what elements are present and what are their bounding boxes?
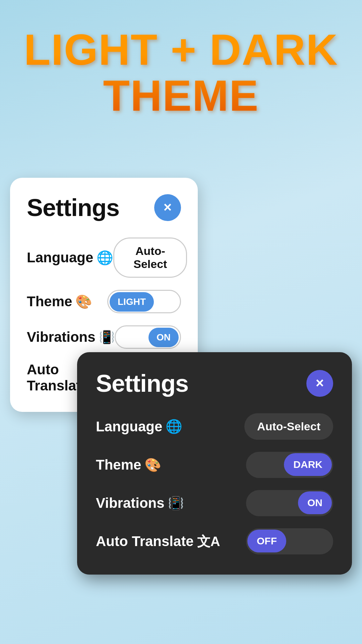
dark-vibrations-text: Vibrations xyxy=(96,495,165,511)
dark-language-row: Language 🌐 Auto-Select xyxy=(96,413,333,440)
light-vibrations-row: Vibrations 📳 ON xyxy=(27,325,181,349)
dark-language-label: Language 🌐 xyxy=(96,419,182,435)
light-language-row: Language 🌐 Auto-Select xyxy=(27,237,181,278)
light-close-icon: × xyxy=(164,200,172,214)
dark-auto-translate-toggle[interactable]: OFF xyxy=(246,528,333,554)
headline-line1: Light + dark xyxy=(24,25,338,74)
dark-theme-row: Theme 🎨 DARK xyxy=(96,452,333,478)
light-theme-row: Theme 🎨 LIGHT xyxy=(27,290,181,313)
dark-vibration-icon: 📳 xyxy=(168,496,184,511)
light-vibrations-text: Vibrations xyxy=(27,329,96,345)
light-language-label: Language 🌐 xyxy=(27,250,113,266)
dark-auto-translate-label: Auto Translate 文A xyxy=(96,532,220,551)
light-theme-toggle[interactable]: LIGHT xyxy=(107,290,181,313)
light-vibrations-toggle-thumb: ON xyxy=(148,328,179,347)
dark-globe-icon: 🌐 xyxy=(166,419,182,434)
dark-vibrations-toggle[interactable]: ON xyxy=(246,490,333,516)
dark-theme-toggle[interactable]: DARK xyxy=(246,452,333,478)
vibration-icon: 📳 xyxy=(99,330,115,344)
dark-settings-card: Settings × Language 🌐 Auto-Select Theme … xyxy=(77,352,352,575)
light-vibrations-label: Vibrations 📳 xyxy=(27,329,115,345)
dark-auto-translate-toggle-thumb: OFF xyxy=(247,530,286,552)
dark-auto-translate-text: Auto Translate xyxy=(96,533,194,549)
headline-text: Light + dark theme xyxy=(13,27,349,118)
headline-line2: theme xyxy=(103,71,259,120)
light-card-header: Settings × xyxy=(27,194,181,221)
dark-translate-icon: 文A xyxy=(197,532,220,551)
dark-palette-icon: 🎨 xyxy=(144,457,161,473)
globe-icon: 🌐 xyxy=(97,250,113,266)
dark-card-header: Settings × xyxy=(96,370,333,397)
light-language-button[interactable]: Auto-Select xyxy=(113,237,187,278)
light-theme-toggle-thumb: LIGHT xyxy=(110,292,154,312)
light-language-text: Language xyxy=(27,250,93,266)
light-vibrations-toggle[interactable]: ON xyxy=(115,325,181,349)
dark-theme-toggle-thumb: DARK xyxy=(284,453,332,476)
dark-theme-text: Theme xyxy=(96,457,141,473)
dark-close-button[interactable]: × xyxy=(306,370,333,397)
dark-theme-label: Theme 🎨 xyxy=(96,457,161,473)
palette-icon: 🎨 xyxy=(75,294,92,310)
light-theme-label: Theme 🎨 xyxy=(27,293,92,310)
dark-auto-translate-row: Auto Translate 文A OFF xyxy=(96,528,333,554)
light-theme-text: Theme xyxy=(27,293,72,310)
headline: Light + dark theme xyxy=(0,27,362,118)
light-close-button[interactable]: × xyxy=(154,194,181,221)
dark-vibrations-row: Vibrations 📳 ON xyxy=(96,490,333,516)
dark-language-text: Language xyxy=(96,419,162,435)
light-settings-title: Settings xyxy=(27,194,119,221)
dark-vibrations-label: Vibrations 📳 xyxy=(96,495,184,511)
dark-close-icon: × xyxy=(316,376,324,390)
dark-settings-title: Settings xyxy=(96,370,188,397)
dark-language-button[interactable]: Auto-Select xyxy=(244,413,333,440)
dark-vibrations-toggle-thumb: ON xyxy=(298,491,332,514)
